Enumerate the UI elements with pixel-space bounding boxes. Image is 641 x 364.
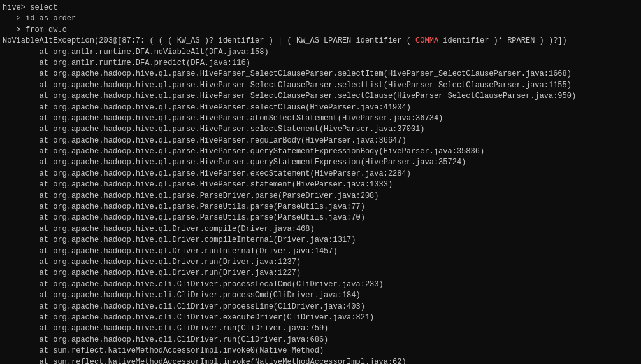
error-main-line: NoViableAltException(203@[87:7: ( ( ( KW… xyxy=(0,36,641,46)
hive-prompt: hive> xyxy=(3,3,30,12)
trace-19: at org.apache.hadoop.hive.ql.Driver.runI… xyxy=(0,246,641,257)
comma-keyword: COMMA xyxy=(415,36,438,45)
trace-28: at sun.reflect.NativeMethodAccessorImpl.… xyxy=(0,346,641,356)
trace-15: at org.apache.hadoop.hive.ql.parse.Parse… xyxy=(0,202,641,213)
trace-9: at org.apache.hadoop.hive.ql.parse.HiveP… xyxy=(0,136,641,146)
trace-21: at org.apache.hadoop.hive.ql.Driver.run(… xyxy=(0,268,641,279)
prompt-line-1: hive> select xyxy=(0,3,641,13)
trace-4: at org.apache.hadoop.hive.ql.parse.HiveP… xyxy=(0,80,641,91)
trace-11: at org.apache.hadoop.hive.ql.parse.HiveP… xyxy=(0,157,641,168)
trace-6: at org.apache.hadoop.hive.ql.parse.HiveP… xyxy=(0,102,641,113)
trace-12: at org.apache.hadoop.hive.ql.parse.HiveP… xyxy=(0,169,641,179)
trace-23: at org.apache.hadoop.hive.cli.CliDriver.… xyxy=(0,290,641,301)
continuation-prompt: > xyxy=(3,14,25,23)
command-select: select xyxy=(30,3,57,12)
trace-2: at org.antlr.runtime.DFA.predict(DFA.jav… xyxy=(0,58,641,69)
trace-1: at org.antlr.runtime.DFA.noViableAlt(DFA… xyxy=(0,47,641,58)
trace-16: at org.apache.hadoop.hive.ql.parse.Parse… xyxy=(0,213,641,223)
trace-24: at org.apache.hadoop.hive.cli.CliDriver.… xyxy=(0,302,641,312)
trace-22: at org.apache.hadoop.hive.cli.CliDriver.… xyxy=(0,279,641,290)
trace-26: at org.apache.hadoop.hive.cli.CliDriver.… xyxy=(0,323,641,334)
trace-18: at org.apache.hadoop.hive.ql.Driver.comp… xyxy=(0,235,641,246)
trace-13: at org.apache.hadoop.hive.ql.parse.HiveP… xyxy=(0,179,641,190)
trace-8: at org.apache.hadoop.hive.ql.parse.HiveP… xyxy=(0,124,641,135)
trace-14: at org.apache.hadoop.hive.ql.parse.Parse… xyxy=(0,191,641,202)
continuation-prompt-2: > xyxy=(3,25,25,34)
trace-3: at org.apache.hadoop.hive.ql.parse.HiveP… xyxy=(0,69,641,80)
prompt-line-3: > from dw.o xyxy=(0,25,641,36)
trace-10: at org.apache.hadoop.hive.ql.parse.HiveP… xyxy=(0,146,641,157)
trace-17: at org.apache.hadoop.hive.ql.Driver.comp… xyxy=(0,224,641,235)
terminal: hive> select > id as order > from dw.o N… xyxy=(0,0,641,364)
trace-20: at org.apache.hadoop.hive.ql.Driver.run(… xyxy=(0,257,641,268)
trace-25: at org.apache.hadoop.hive.cli.CliDriver.… xyxy=(0,312,641,323)
trace-29: at sun.reflect.NativeMethodAccessorImpl.… xyxy=(0,357,641,365)
trace-5: at org.apache.hadoop.hive.ql.parse.HiveP… xyxy=(0,91,641,102)
trace-27: at org.apache.hadoop.hive.cli.CliDriver.… xyxy=(0,335,641,346)
prompt-line-2: > id as order xyxy=(0,13,641,24)
trace-7: at org.apache.hadoop.hive.ql.parse.HiveP… xyxy=(0,113,641,124)
